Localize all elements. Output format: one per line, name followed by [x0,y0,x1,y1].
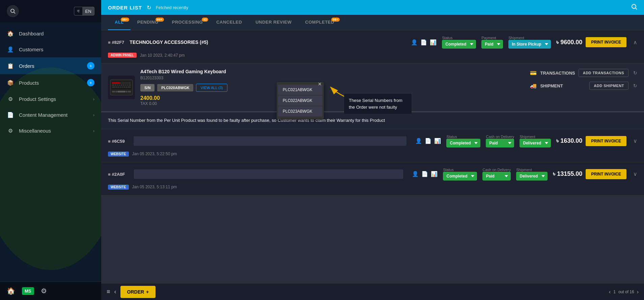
order-card-2a0f: ■ #2A0F 👤 📄 📊 Status Completed Cash on [101,162,644,195]
sidebar-item-content-management[interactable]: 📄 Content Management › [0,107,101,123]
status-group-82f7: Status Completed [442,36,476,49]
print-invoice-btn-82f7[interactable]: PRINT INVOICE [586,37,626,47]
order-total-area-2a0f: ৳ 13155.00 PRINT INVOICE ∨ [553,169,637,179]
order-icons-82f7: 👤 📄 📊 [411,39,437,46]
tab-pending-label: PENDING [137,20,159,25]
shipment-select-82f7[interactable]: In Store Pickup [508,40,551,49]
page-prev-nav[interactable]: ‹ [609,289,611,295]
sn-dropdown-82f7: ✕ PLC021ABWGK PLC022ABWGK PLC023ABWGK [277,82,324,119]
sn-buttons-82f7: S/N PLC020ABWGK VIEW ALL (3) [140,84,523,92]
customer-icon-6c59[interactable]: 👤 [415,138,422,144]
transactions-refresh-icon[interactable]: ↻ [633,70,637,76]
order-total-82f7: ৳ 9600.00 [556,39,582,46]
status-select-6c59[interactable]: Completed [446,139,480,147]
transactions-label: TRANSACTIONS [540,71,575,76]
print-invoice-btn-2a0f[interactable]: PRINT INVOICE [586,169,626,179]
sidebar-item-products[interactable]: 📦 Products + [0,74,101,91]
svg-point-2 [632,4,636,8]
dashboard-icon: 🏠 [7,30,14,37]
order-num-2a0f: #2A0F [112,172,125,177]
add-shipment-btn-82f7[interactable]: ADD SHIPMENT [589,82,628,90]
chart-icon-2a0f[interactable]: 📊 [431,171,438,177]
sidebar-item-customers[interactable]: 👤 Customers [0,42,101,57]
orders-add-icon[interactable]: + [87,62,94,70]
svg-rect-13 [126,82,128,84]
tab-completed[interactable]: COMPLETED 99+ [299,15,341,30]
sidebar-item-orders[interactable]: 📋 Orders + [0,57,101,74]
view-all-btn-82f7[interactable]: VIEW ALL (3) [196,84,227,92]
settings-bottom-icon[interactable]: ⚙ [41,287,47,295]
payment-select-2a0f[interactable]: Paid [482,172,511,181]
svg-rect-8 [116,82,118,84]
lang-bn[interactable]: বা [74,7,82,15]
shipment-label-82f7: Shipment [508,36,551,40]
status-group-6c59: Status Completed [446,135,480,147]
status-select-82f7[interactable]: Completed [442,40,476,49]
svg-rect-22 [127,84,129,86]
hamburger-icon[interactable]: ≡ [107,288,110,295]
sidebar-item-label-products: Products [19,80,82,86]
print-invoice-btn-6c59[interactable]: PRINT INVOICE [586,136,626,146]
order-name-placeholder-6c59 [134,136,407,146]
content-management-arrow-icon: › [93,113,94,117]
tab-pending[interactable]: PENDING 99+ [131,15,165,30]
svg-rect-11 [122,82,124,84]
sidebar-item-dashboard[interactable]: 🏠 Dashboard [0,26,101,42]
shipment-select-2a0f[interactable]: Delivered [516,172,548,181]
customer-icon-2a0f[interactable]: 👤 [412,171,419,177]
svg-rect-18 [119,84,120,86]
prev-page-btn[interactable]: ‹ [114,288,116,295]
home-bottom-icon[interactable]: 🏠 [7,287,15,295]
close-dropdown-icon[interactable]: ✕ [318,81,322,87]
svg-rect-6 [112,82,114,84]
order-channel-82f7: ADMIN PANEL [108,53,137,58]
shipment-refresh-icon[interactable]: ↻ [633,83,637,88]
page-next-nav[interactable]: › [637,289,639,295]
tab-all[interactable]: ALL 99+ [108,15,131,30]
add-transactions-btn-82f7[interactable]: ADD TRANSACTIONS [579,69,628,77]
collapse-btn-82f7[interactable]: ∧ [633,39,637,46]
document-icon-2a0f[interactable]: 📄 [421,171,428,177]
tab-under-review[interactable]: UNDER REVIEW [249,15,298,30]
sidebar-item-label-content-management: Content Management [19,112,88,118]
chart-icon-82f7[interactable]: 📊 [430,39,437,46]
sn-item-3[interactable]: PLC023ABWGK [278,106,323,116]
lang-en[interactable]: EN [82,7,94,15]
tab-processing[interactable]: PROCESSING 43 [165,15,210,30]
sidebar-item-label-miscellaneous: Miscellaneous [19,128,88,134]
collapse-btn-6c59[interactable]: ∨ [633,138,637,144]
document-icon-6c59[interactable]: 📄 [425,138,431,144]
order-add-btn[interactable]: ORDER + [120,286,156,298]
cash-delivery-label-6c59: Cash on Delivery [486,135,514,139]
chart-icon-6c59[interactable]: 📊 [434,138,441,144]
sn-item-1[interactable]: PLC021ABWGK [278,85,323,95]
ms-badge[interactable]: MS [22,287,34,295]
sn-visible-btn-82f7[interactable]: PLC020ABWGK [157,84,193,91]
svg-rect-21 [125,84,127,86]
topbar-refresh-icon[interactable]: ↻ [147,4,151,11]
svg-rect-16 [115,84,116,86]
product-code-82f7: B120123303 [140,76,523,80]
customer-icon-82f7[interactable]: 👤 [411,39,418,46]
products-add-icon[interactable]: + [87,79,94,86]
svg-rect-35 [126,91,128,92]
product-name-82f7: A4Tech B120 Wired Gaming Keyboard [140,69,523,74]
order-num-6c59: #6C59 [112,139,124,144]
lang-switcher[interactable]: বা EN [74,7,94,16]
payment-select-6c59[interactable]: Paid [486,139,514,147]
sidebar-search-icon[interactable] [7,5,19,17]
sn-item-2[interactable]: PLC022ABWGK [278,96,323,106]
tab-canceled[interactable]: CANCELED [209,15,249,30]
payment-select-82f7[interactable]: Paid [481,40,503,49]
document-icon-82f7[interactable]: 📄 [420,39,427,46]
collapse-btn-2a0f[interactable]: ∨ [633,171,637,177]
customers-icon: 👤 [7,46,14,53]
shipment-select-6c59[interactable]: Delivered [520,139,551,147]
sidebar-item-product-settings[interactable]: ⚙ Product Settings › [0,91,101,107]
order-detail-82f7: A4Tech B120 Wired Gaming Keyboard B12012… [101,63,644,112]
status-select-2a0f[interactable]: Completed [443,172,477,181]
sn-btn-82f7[interactable]: S/N [140,84,155,91]
sidebar-item-miscellaneous[interactable]: ⚙ Miscellaneous › [0,123,101,139]
topbar-search-icon[interactable] [631,4,637,11]
product-settings-icon: ⚙ [7,96,14,102]
